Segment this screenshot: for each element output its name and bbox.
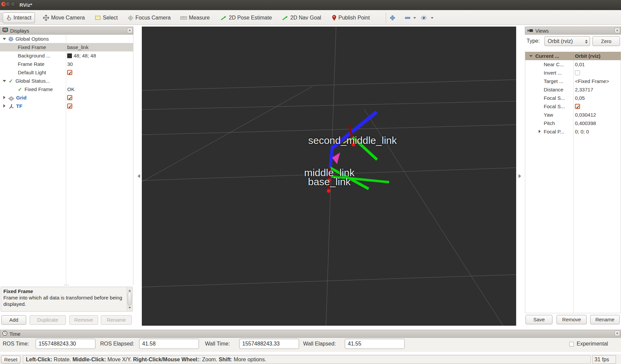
views-close-icon[interactable]: ✕ (615, 28, 620, 33)
invert-z-checkbox[interactable] (575, 70, 580, 75)
views-row-pitch[interactable]: Pitch 0,400398 (525, 119, 621, 127)
ros-elapsed-input[interactable] (139, 339, 199, 349)
wall-elapsed-input[interactable] (345, 339, 405, 349)
displays-row-frame-rate[interactable]: Frame Rate 30 (0, 60, 133, 68)
displays-row-background[interactable]: Background ... 48; 48; 48 (0, 51, 133, 60)
scrollbar-thumb[interactable] (128, 292, 131, 306)
row-value[interactable]: 0,030412 (575, 111, 621, 119)
views-row-target-frame[interactable]: Target ... <Fixed Frame> (525, 77, 621, 85)
row-label: Frame Rate (18, 60, 44, 68)
view-type-combobox[interactable]: Orbit (rviz) (544, 36, 590, 46)
views-row-invert-z[interactable]: Invert ... (525, 69, 621, 77)
views-row-distance[interactable]: Distance 2,33717 (525, 85, 621, 94)
zero-view-button[interactable]: Zero (592, 36, 620, 46)
rename-display-button[interactable]: Rename (101, 315, 132, 325)
left-panel-collapse-icon[interactable] (135, 174, 140, 178)
add-display-button[interactable]: Add (1, 315, 26, 325)
row-value[interactable]: 2,33717 (575, 85, 621, 94)
expander-open-icon[interactable] (3, 38, 6, 42)
wall-time-input[interactable] (239, 339, 299, 349)
row-value[interactable]: 0,400398 (575, 119, 621, 127)
grid-enabled-checkbox[interactable] (67, 95, 72, 100)
tf-frame-label-base-link: base_link (308, 176, 351, 188)
views-row-focal-shape-fixed[interactable]: Focal S... (525, 102, 621, 111)
window-title: RViz* (19, 2, 32, 8)
window-close-button[interactable] (1, 2, 6, 7)
views-row-focal-shape-size[interactable]: Focal S... 0,05 (525, 94, 621, 102)
displays-panel-title: Displays (10, 28, 29, 34)
reset-button[interactable]: Reset (1, 356, 20, 364)
window-maximize-button[interactable] (11, 2, 16, 7)
toolbar-grip[interactable] (0, 13, 2, 22)
window-minimize-button[interactable] (6, 2, 11, 7)
views-row-near-clip[interactable]: Near C... 0,01 (525, 60, 621, 69)
background-color-value[interactable]: 48; 48; 48 (74, 51, 96, 60)
remove-view-button[interactable]: Remove (556, 315, 587, 324)
move-camera-tool-button[interactable]: Move Camera (43, 12, 85, 23)
time-close-icon[interactable]: ✕ (615, 331, 620, 336)
ros-time-input[interactable] (36, 339, 95, 349)
row-label: Yaw (525, 111, 573, 119)
displays-row-fixed-frame[interactable]: Fixed Frame base_link (0, 43, 133, 51)
scroll-up-icon[interactable] (128, 288, 131, 291)
remove-tool-button[interactable] (405, 12, 410, 23)
displays-row-tf[interactable]: TF (0, 102, 133, 110)
fixed-frame-value[interactable]: base_link (67, 43, 88, 51)
row-value[interactable]: <Fixed Frame> (575, 77, 621, 85)
interact-tool-button[interactable]: Interact (3, 12, 35, 23)
focus-camera-tool-label: Focus Camera (135, 15, 171, 21)
frame-rate-value[interactable]: 30 (67, 60, 73, 68)
duplicate-display-button[interactable]: Duplicate (30, 315, 66, 325)
experimental-label: Experimental (577, 341, 608, 347)
row-label: Pitch (525, 119, 573, 127)
expander-closed-icon[interactable] (3, 104, 7, 108)
displays-row-global-status[interactable]: Global Status... (0, 77, 133, 85)
select-tool-button[interactable]: Select (95, 12, 118, 23)
experimental-checkbox[interactable] (569, 342, 574, 347)
row-value[interactable]: 0; 0; 0 (575, 127, 621, 136)
displays-close-icon[interactable]: ✕ (127, 28, 132, 33)
right-panel-collapse-icon[interactable] (519, 174, 523, 178)
nav-goal-tool-button[interactable]: 2D Nav Goal (282, 12, 321, 23)
help-scrollbar[interactable] (127, 287, 132, 311)
save-view-button[interactable]: Save (526, 315, 552, 324)
views-row-current[interactable]: Current ... Orbit (rviz) (525, 52, 621, 60)
grid-icon (8, 95, 14, 102)
rename-view-button[interactable]: Rename (590, 315, 620, 324)
displays-row-grid[interactable]: Grid (0, 93, 133, 102)
displays-row-default-light[interactable]: Default Light (0, 68, 133, 77)
row-value[interactable]: 0,05 (575, 94, 621, 102)
focus-camera-tool-button[interactable]: Focus Camera (128, 12, 171, 23)
measure-tool-button[interactable]: Measure (180, 12, 210, 23)
expander-open-icon[interactable] (3, 80, 6, 84)
expander-closed-icon[interactable] (3, 96, 7, 99)
default-light-checkbox[interactable] (67, 70, 72, 75)
tool-visibility-button[interactable] (421, 12, 427, 23)
row-label: Distance (525, 85, 573, 94)
views-panel-header: Views (525, 27, 621, 35)
hand-icon (6, 15, 11, 21)
gear-icon (8, 36, 14, 43)
clock-icon (2, 331, 7, 337)
displays-row-global-options[interactable]: Global Options (0, 35, 133, 43)
remove-display-button[interactable]: Remove (69, 315, 98, 325)
add-tool-button[interactable] (390, 12, 395, 23)
remove-tool-dropdown-arrow[interactable] (413, 17, 416, 20)
views-row-focal-point[interactable]: Focal P... 0; 0; 0 (525, 127, 621, 136)
render-viewport-3d[interactable]: second_middle_link middle_link base_link (142, 27, 516, 326)
visibility-dropdown-arrow[interactable] (431, 17, 433, 20)
scroll-down-icon[interactable] (128, 307, 131, 310)
pose-estimate-tool-button[interactable]: 2D Pose Estimate (220, 12, 272, 23)
row-value[interactable]: 0,01 (575, 60, 621, 69)
tf-enabled-checkbox[interactable] (67, 104, 72, 109)
publish-point-tool-button[interactable]: Publish Point (332, 12, 370, 23)
views-row-yaw[interactable]: Yaw 0,030412 (525, 111, 621, 119)
help-title: Fixed Frame (3, 288, 125, 294)
tf-axes-icon (8, 103, 14, 110)
fixed-frame-status-value: OK (67, 85, 75, 93)
focal-shape-checkbox[interactable] (575, 104, 580, 109)
displays-row-fixed-frame-status[interactable]: Fixed Frame OK (0, 85, 133, 93)
mouse-help-text: Left-Click: Rotate. Middle-Click: Move X… (23, 355, 591, 364)
help-body: Frame into which all data is transformed… (3, 295, 122, 307)
background-color-swatch[interactable] (67, 53, 72, 58)
